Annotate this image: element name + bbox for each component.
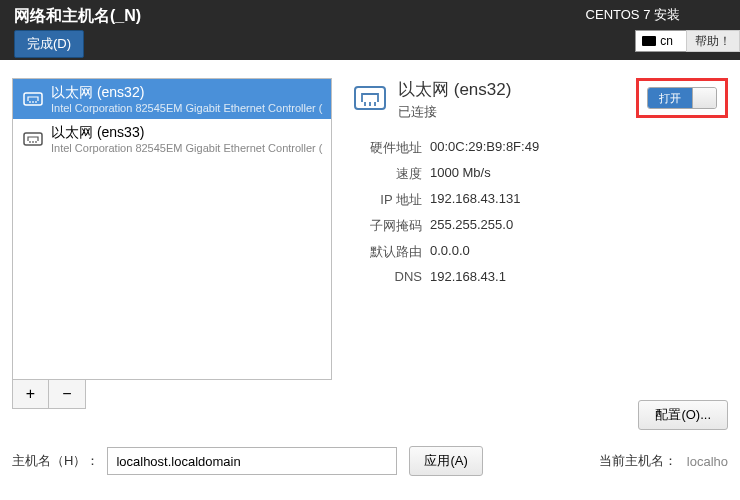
- done-button[interactable]: 完成(D): [14, 30, 84, 58]
- detail-label: IP 地址: [350, 191, 422, 209]
- add-interface-button[interactable]: +: [13, 380, 49, 408]
- detail-row-speed: 速度1000 Mb/s: [350, 165, 728, 183]
- detail-row-gw: 默认路由0.0.0.0: [350, 243, 728, 261]
- interface-name: 以太网 (ens33): [51, 124, 323, 142]
- connection-details: 硬件地址00:0C:29:B9:8F:49 速度1000 Mb/s IP 地址1…: [350, 139, 728, 284]
- detail-label: 硬件地址: [350, 139, 422, 157]
- current-hostname-value: localho: [687, 454, 728, 469]
- svg-rect-0: [24, 93, 42, 105]
- detail-label: DNS: [350, 269, 422, 284]
- toggle-highlight-box: 打开: [636, 78, 728, 118]
- detail-value: 1000 Mb/s: [430, 165, 491, 183]
- interface-text: 以太网 (ens33) Intel Corporation 82545EM Gi…: [51, 124, 323, 154]
- connection-header: 以太网 (ens32) 已连接 打开: [350, 78, 728, 121]
- interface-subtitle: Intel Corporation 82545EM Gigabit Ethern…: [51, 102, 323, 114]
- connection-status: 已连接: [398, 103, 511, 121]
- detail-label: 默认路由: [350, 243, 422, 261]
- interface-list: 以太网 (ens32) Intel Corporation 82545EM Gi…: [12, 78, 332, 380]
- apply-button[interactable]: 应用(A): [409, 446, 482, 476]
- list-buttons: + −: [12, 380, 86, 409]
- interface-name: 以太网 (ens32): [51, 84, 323, 102]
- ethernet-large-icon: [350, 78, 390, 118]
- right-column: 以太网 (ens32) 已连接 打开 硬件地址00:0C:29:B9:8F:49…: [332, 78, 728, 430]
- connection-toggle[interactable]: 打开: [647, 87, 717, 109]
- interface-item-ens32[interactable]: 以太网 (ens32) Intel Corporation 82545EM Gi…: [13, 79, 331, 119]
- detail-label: 速度: [350, 165, 422, 183]
- left-column: 以太网 (ens32) Intel Corporation 82545EM Gi…: [12, 78, 332, 430]
- svg-rect-1: [24, 133, 42, 145]
- connection-title-block: 以太网 (ens32) 已连接: [398, 78, 511, 121]
- detail-value: 192.168.43.131: [430, 191, 520, 209]
- help-button[interactable]: 帮助！: [686, 30, 740, 52]
- footer-row: 主机名（H）： 应用(A) 当前主机名： localho: [0, 430, 740, 476]
- detail-row-ip: IP 地址192.168.43.131: [350, 191, 728, 209]
- detail-value: 192.168.43.1: [430, 269, 506, 284]
- interface-item-ens33[interactable]: 以太网 (ens33) Intel Corporation 82545EM Gi…: [13, 119, 331, 159]
- toggle-knob: [692, 88, 716, 108]
- interface-subtitle: Intel Corporation 82545EM Gigabit Ethern…: [51, 142, 323, 154]
- install-label: CENTOS 7 安装: [586, 6, 680, 24]
- ethernet-icon: [21, 87, 45, 111]
- remove-interface-button[interactable]: −: [49, 380, 85, 408]
- ethernet-icon: [21, 127, 45, 151]
- current-hostname-label: 当前主机名：: [599, 452, 677, 470]
- detail-label: 子网掩码: [350, 217, 422, 235]
- top-header: 网络和主机名(_N) 完成(D) CENTOS 7 安装 cn 帮助！: [0, 0, 740, 60]
- interface-text: 以太网 (ens32) Intel Corporation 82545EM Gi…: [51, 84, 323, 114]
- detail-row-mask: 子网掩码255.255.255.0: [350, 217, 728, 235]
- detail-row-hwaddr: 硬件地址00:0C:29:B9:8F:49: [350, 139, 728, 157]
- detail-value: 0.0.0.0: [430, 243, 470, 261]
- detail-value: 00:0C:29:B9:8F:49: [430, 139, 539, 157]
- content-area: 以太网 (ens32) Intel Corporation 82545EM Gi…: [0, 60, 740, 430]
- detail-row-dns: DNS192.168.43.1: [350, 269, 728, 284]
- page-title: 网络和主机名(_N): [14, 6, 141, 27]
- hostname-label: 主机名（H）：: [12, 452, 99, 470]
- configure-button[interactable]: 配置(O)...: [638, 400, 728, 430]
- keyboard-indicator[interactable]: cn: [635, 30, 688, 52]
- toggle-on-label: 打开: [648, 88, 692, 108]
- keyboard-layout-text: cn: [660, 34, 673, 48]
- hostname-input[interactable]: [107, 447, 397, 475]
- detail-value: 255.255.255.0: [430, 217, 513, 235]
- connection-title: 以太网 (ens32): [398, 78, 511, 101]
